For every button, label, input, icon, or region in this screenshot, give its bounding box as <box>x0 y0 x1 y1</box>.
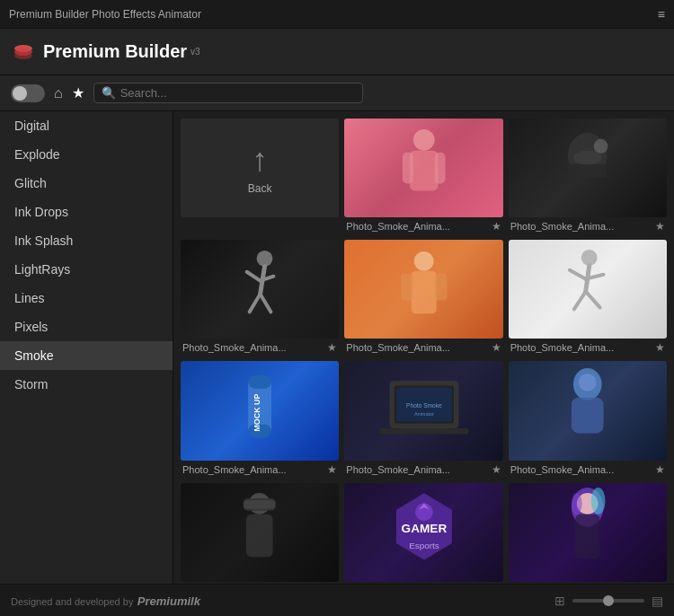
app-name: Premium Builder <box>43 41 187 62</box>
grid-item-4[interactable]: Photo_Smoke_Anima... ★ <box>344 240 502 356</box>
star-icon-4[interactable]: ★ <box>492 341 501 354</box>
svg-text:Photo Smoke: Photo Smoke <box>406 402 442 409</box>
sidebar: Digital Explode Glitch Ink Drops Ink Spl… <box>0 111 173 584</box>
header: Premium Builder v3 <box>0 29 674 75</box>
grid-item-2[interactable]: Photo_Smoke_Anima... ★ <box>509 119 667 234</box>
thumbnail-9 <box>181 483 339 582</box>
svg-rect-19 <box>401 273 413 300</box>
svg-rect-5 <box>403 152 413 183</box>
svg-rect-28 <box>248 375 271 389</box>
grid-item-1[interactable]: Photo_Smoke_Anima... ★ <box>344 119 502 234</box>
star-icon-6[interactable]: ★ <box>327 463 337 476</box>
grid-item-10[interactable]: GAMER Esports Photo_Smoke_Anima... ★ <box>344 483 502 584</box>
svg-point-3 <box>413 128 435 150</box>
sidebar-item-lightrays[interactable]: LightRays <box>0 255 173 284</box>
grid-item-label-5: Photo_Smoke_Anima... ★ <box>509 339 667 356</box>
star-icon-2[interactable]: ★ <box>655 220 665 233</box>
sidebar-item-digital[interactable]: Digital <box>0 111 173 140</box>
footer-designed-by: Designed and developed by <box>11 596 133 607</box>
grid-item-3[interactable]: Photo_Smoke_Anima... ★ <box>181 240 339 356</box>
list-view-icon[interactable]: ▤ <box>652 594 663 608</box>
title-bar-menu-icon[interactable]: ≡ <box>658 7 665 22</box>
svg-line-23 <box>570 269 586 278</box>
star-icon-5[interactable]: ★ <box>655 341 665 354</box>
sidebar-item-smoke[interactable]: Smoke <box>0 341 173 370</box>
thumbnail-5 <box>509 240 667 339</box>
svg-line-13 <box>246 271 260 280</box>
thumbnail-8 <box>509 361 667 460</box>
thumbnail-7: Photo Smoke Animator <box>344 361 502 460</box>
sidebar-item-storm[interactable]: Storm <box>0 370 173 399</box>
grid-item-label-8: Photo_Smoke_Anima... ★ <box>509 461 667 478</box>
toolbar: ⌂ ★ 🔍 <box>0 75 674 111</box>
svg-rect-39 <box>572 398 604 434</box>
grid-item-label-6: Photo_Smoke_Anima... ★ <box>181 461 339 478</box>
footer-credit: Designed and developed by Premiumilk <box>11 593 200 609</box>
thumbnail-1 <box>344 119 502 217</box>
grid-item-label-4: Photo_Smoke_Anima... ★ <box>344 339 502 356</box>
footer-controls: ⊞ ▤ <box>554 594 663 608</box>
thumbnail-11 <box>509 483 667 582</box>
svg-text:GAMER: GAMER <box>401 522 447 535</box>
sidebar-item-inksplash[interactable]: Ink Splash <box>0 226 173 255</box>
favorites-icon[interactable]: ★ <box>72 84 84 101</box>
grid-item-label-7: Photo_Smoke_Anima... ★ <box>344 461 502 478</box>
svg-rect-34 <box>379 428 468 435</box>
svg-point-38 <box>579 374 597 392</box>
sidebar-item-lines[interactable]: Lines <box>0 284 173 312</box>
title-bar-text: Premium Builder Photo Effects Animator <box>9 8 658 21</box>
grid-item-label-1: Photo_Smoke_Anima... ★ <box>344 217 502 234</box>
star-icon-1[interactable]: ★ <box>492 220 501 233</box>
content-grid: ↑ Back <box>181 119 667 584</box>
grid-item-label-11: Photo_Smoke_Anima... ★ <box>509 582 667 584</box>
svg-rect-53 <box>575 515 600 559</box>
svg-text:MOCK UP: MOCK UP <box>253 393 262 431</box>
thumbnail-10: GAMER Esports <box>344 483 502 582</box>
svg-point-51 <box>591 488 606 515</box>
star-icon-7[interactable]: ★ <box>492 463 501 476</box>
grid-item-label-10: Photo_Smoke_Anima... ★ <box>344 582 502 584</box>
grid-item-9[interactable]: Photo_Smoke_Anima... ★ <box>181 483 339 584</box>
zoom-slider[interactable] <box>572 599 644 603</box>
footer-brand: Premiumilk <box>137 594 200 608</box>
grid-item-7[interactable]: Photo Smoke Animator Photo_Smoke_Anima..… <box>344 361 502 477</box>
thumbnail-6: MOCK UP <box>181 361 339 460</box>
back-button[interactable]: ↑ Back <box>181 119 339 234</box>
star-icon-3[interactable]: ★ <box>327 341 337 354</box>
star-icon-8[interactable]: ★ <box>655 463 665 476</box>
search-box: 🔍 <box>93 83 363 103</box>
search-input[interactable] <box>120 86 355 100</box>
sidebar-item-explode[interactable]: Explode <box>0 140 173 169</box>
svg-line-16 <box>260 294 270 312</box>
version-badge: v3 <box>191 47 200 57</box>
grid-item-8[interactable]: Photo_Smoke_Anima... ★ <box>509 361 667 477</box>
toggle-switch[interactable] <box>11 84 45 102</box>
svg-point-10 <box>594 138 608 153</box>
back-label: Back <box>248 182 272 195</box>
sidebar-item-pixels[interactable]: Pixels <box>0 312 173 341</box>
zoom-slider-thumb <box>603 595 614 606</box>
search-icon: 🔍 <box>102 86 116 100</box>
svg-point-21 <box>581 250 598 266</box>
logo-icon <box>11 40 36 65</box>
svg-point-52 <box>572 493 582 515</box>
svg-text:Animator: Animator <box>413 411 433 417</box>
grid-item-5[interactable]: Photo_Smoke_Anima... ★ <box>509 240 667 356</box>
home-icon[interactable]: ⌂ <box>54 85 63 101</box>
content-area: ↑ Back <box>173 111 674 584</box>
grid-item-6[interactable]: MOCK UP Photo_Smoke_Anima... ★ <box>181 361 339 477</box>
svg-rect-43 <box>246 515 273 558</box>
zoom-slider-container <box>572 599 644 603</box>
main-layout: Digital Explode Glitch Ink Drops Ink Spl… <box>0 111 674 584</box>
sidebar-item-glitch[interactable]: Glitch <box>0 169 173 198</box>
grid-view-icon[interactable]: ⊞ <box>554 594 565 608</box>
sidebar-item-inkdrops[interactable]: Ink Drops <box>0 198 173 226</box>
thumbnail-2 <box>509 119 667 217</box>
footer: Designed and developed by Premiumilk ⊞ ▤ <box>0 584 674 616</box>
svg-line-26 <box>586 291 600 307</box>
grid-item-11[interactable]: Photo_Smoke_Anima... ★ <box>509 483 667 584</box>
thumbnail-3 <box>181 240 339 339</box>
grid-item-label-2: Photo_Smoke_Anima... ★ <box>509 217 667 234</box>
svg-point-2 <box>14 52 32 59</box>
svg-rect-42 <box>244 500 276 509</box>
